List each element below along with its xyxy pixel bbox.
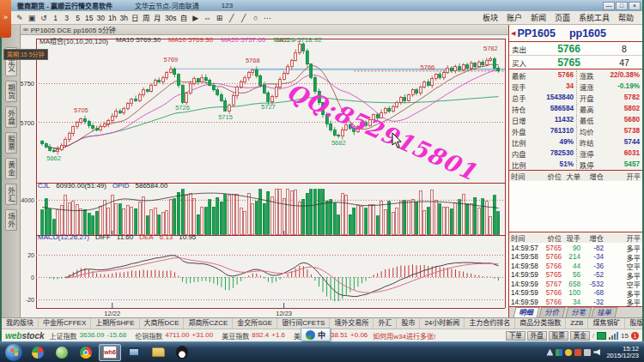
stat-label: 日增	[509, 115, 531, 125]
menu-item-系统工具[interactable]: 系统工具	[579, 12, 610, 23]
tick-row[interactable]: 14:59:595766100-68多平	[509, 288, 642, 298]
svg-text:5782: 5782	[483, 45, 498, 52]
market-tab-24小时新闻[interactable]: 24小时新闻	[420, 318, 465, 329]
menu-item-页面[interactable]: 页面	[555, 12, 570, 23]
start-button[interactable]	[5, 344, 22, 361]
period-button-5[interactable]: 5	[72, 12, 83, 24]
period-button-自[interactable]: 自	[179, 12, 190, 24]
period-button-1[interactable]: 1	[50, 12, 61, 24]
tray-flag-icon[interactable]	[574, 349, 581, 356]
tick-row[interactable]: 14:59:58576644-36空平	[509, 261, 642, 270]
period-button-月[interactable]: 月	[152, 12, 163, 24]
market-tab-商品分类指数[interactable]: 商品分类指数	[515, 318, 566, 329]
market-tab-大商所DCE[interactable]: 大商所DCE	[140, 318, 185, 329]
toolbar-icon-r5[interactable]: ○	[250, 12, 262, 24]
toolbar-icon-r1[interactable]: ⇔	[202, 12, 214, 24]
market-tab-境外交易所[interactable]: 境外交易所	[330, 318, 374, 329]
ime-toolbar[interactable]: 中	[301, 328, 331, 341]
tray-arrow-icon[interactable]	[546, 349, 553, 356]
panel-tab-挂单[interactable]: 挂单	[592, 307, 618, 317]
taskbar-wh6-active[interactable]: wh6	[99, 344, 121, 361]
period-button-1h[interactable]: 1h	[106, 12, 118, 24]
market-tab-外汇[interactable]: 外汇	[374, 318, 397, 329]
collapse-handle[interactable]: »	[0, 0, 11, 38]
market-tab-中金所CFFEX[interactable]: 中金所CFFEX	[39, 318, 91, 329]
taskbar-pinwheel-app[interactable]	[27, 344, 49, 361]
market-tab-ZZB[interactable]: ZZB	[566, 318, 588, 329]
tray-shield-icon[interactable]	[556, 349, 562, 356]
symbol-bar[interactable]: ∞ PP1605 DCE pp1605 5分钟	[21, 25, 508, 35]
close-button[interactable]: ×	[629, 2, 641, 10]
market-tab-上期所SHFE[interactable]: 上期所SHFE	[91, 318, 139, 329]
tick-row[interactable]: 14:59:585766214-34多平	[509, 252, 642, 262]
sidebar-tab-外汇[interactable]: 外汇	[5, 184, 17, 205]
market-tab-煤焦钢矿[interactable]: 煤焦钢矿	[588, 318, 625, 329]
status-button-下单[interactable]: 下单	[506, 331, 526, 341]
stat-value: 22/0.38%	[598, 71, 642, 79]
toolbar-icon-r2[interactable]: ⊞	[214, 12, 226, 24]
tray-volume-icon[interactable]	[593, 349, 600, 356]
tray-status-icon[interactable]	[565, 349, 572, 356]
market-tab-郑商所CZCE[interactable]: 郑商所CZCE	[184, 318, 233, 329]
toolbar-icon-3[interactable]: ↺	[38, 12, 50, 24]
period-button-15[interactable]: 15	[83, 12, 94, 24]
taskbar-display-app[interactable]	[123, 344, 145, 361]
toolbar-icon-r6[interactable]: ⋯	[262, 12, 274, 24]
taskbar-explorer[interactable]	[147, 344, 169, 361]
status-button-股票[interactable]: 股票	[549, 331, 568, 341]
period-button-周[interactable]: 周	[141, 12, 152, 24]
status-button-黄金[interactable]: 黄金	[570, 331, 590, 341]
period-button-30s[interactable]: 30s	[163, 12, 179, 24]
notification-badge[interactable]: 1	[631, 332, 639, 340]
taskbar-clock[interactable]: 15:12 2015/12/23	[606, 346, 639, 359]
status-button-外盘[interactable]: 外盘	[527, 331, 547, 341]
period-button-3h[interactable]: 3h	[118, 12, 129, 24]
toolbar-icon-r0[interactable]: ▶	[190, 12, 202, 24]
sidebar-tab-期货[interactable]: 期货	[5, 81, 17, 102]
period-button-3[interactable]: 3	[61, 12, 72, 24]
panel-tab-明细[interactable]: 明细	[513, 307, 540, 317]
ask-row[interactable]: 卖出 5766 8	[509, 42, 642, 56]
quote-stat-row: 比例51%跌停5457	[509, 159, 642, 170]
sidebar-tab-外盘[interactable]: 外盘	[5, 106, 17, 128]
bid-row[interactable]: 买入 5765 47	[509, 56, 642, 69]
tick-row[interactable]: 14:59:57576590-82多平	[509, 243, 642, 252]
menu-item-板块[interactable]: 板块	[483, 12, 498, 23]
stat-value: 5782	[598, 94, 642, 101]
menu-item-帮助[interactable]: 帮助	[618, 12, 634, 23]
market-tab-股市[interactable]: 股市	[397, 318, 420, 329]
toolbar-icon-r4[interactable]: ╱	[238, 12, 250, 24]
period-button-日[interactable]: 日	[130, 12, 141, 24]
tray-network-icon[interactable]	[584, 349, 591, 356]
taskbar-360-browser[interactable]	[51, 344, 73, 361]
tick-row[interactable]: 14:59:59576556-52多平	[509, 270, 642, 280]
sidebar-tab-黄金[interactable]: 黄金	[5, 158, 17, 179]
taskbar-chrome[interactable]	[75, 344, 97, 361]
tick-row[interactable]: 14:59:59576634-32多平	[509, 297, 642, 306]
menu-item-账户[interactable]: 账户	[507, 12, 522, 23]
sidebar-tab-场外[interactable]: 场外	[5, 209, 17, 231]
quote-panel: ◀ PP1605 pp1605 卖出 5766 8 买入 5765 47	[508, 25, 642, 317]
stat-label: 外盘	[509, 126, 531, 136]
toolbar-icon-r3[interactable]: ╱	[226, 12, 238, 24]
toolbar-icon-2[interactable]: ▣	[26, 12, 38, 24]
panel-tab-分笔[interactable]: 分笔	[565, 307, 592, 317]
panel-tab-分价[interactable]: 分价	[539, 307, 566, 317]
index-value: 3636.09	[80, 331, 105, 341]
sidebar-tab-股票[interactable]: 股票	[5, 132, 17, 154]
market-tab-金交所SGE[interactable]: 金交所SGE	[233, 318, 277, 329]
price-chart-svg[interactable]: 5750570057665801 ←5769576857825705572657…	[21, 35, 508, 317]
toolbar-icon-1[interactable]: ✎	[14, 12, 26, 24]
taskbar-qq[interactable]	[171, 344, 193, 361]
menu-item-新闻[interactable]: 新闻	[531, 12, 546, 23]
main-body: 自定义期货外盘股票黄金外汇场外 ∞ PP1605 DCE pp1605 5分钟 …	[2, 25, 642, 317]
market-tab-主力合约排名[interactable]: 主力合约排名	[465, 318, 515, 329]
market-tab-股版[interactable]: 股版	[625, 318, 642, 329]
market-tab-我的版块[interactable]: 我的版块	[2, 318, 39, 329]
news-ticker[interactable]: 如何用w34进行多张!	[373, 331, 435, 341]
tick-row[interactable]: 14:59:595767658-532空平	[509, 279, 642, 288]
period-button-30[interactable]: 30	[94, 12, 106, 24]
minimize-button[interactable]: —	[603, 2, 615, 10]
chart-canvas[interactable]: 5750570057665801 ←5769576857825705572657…	[21, 35, 508, 317]
maximize-button[interactable]: □	[616, 2, 628, 10]
